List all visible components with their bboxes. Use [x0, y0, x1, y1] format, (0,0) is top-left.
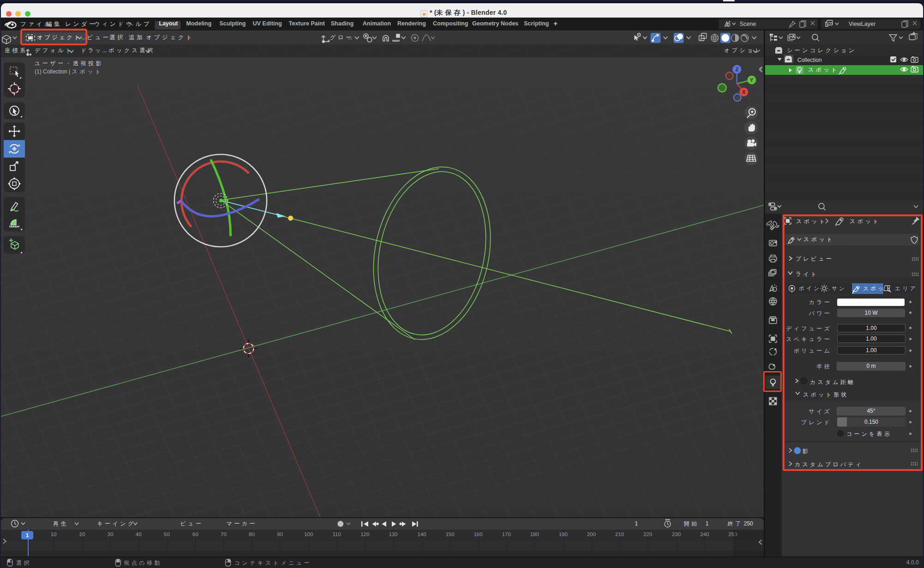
svg-text:Y: Y	[750, 77, 754, 83]
svg-text:X: X	[742, 89, 746, 95]
svg-text:Z: Z	[736, 67, 739, 72]
